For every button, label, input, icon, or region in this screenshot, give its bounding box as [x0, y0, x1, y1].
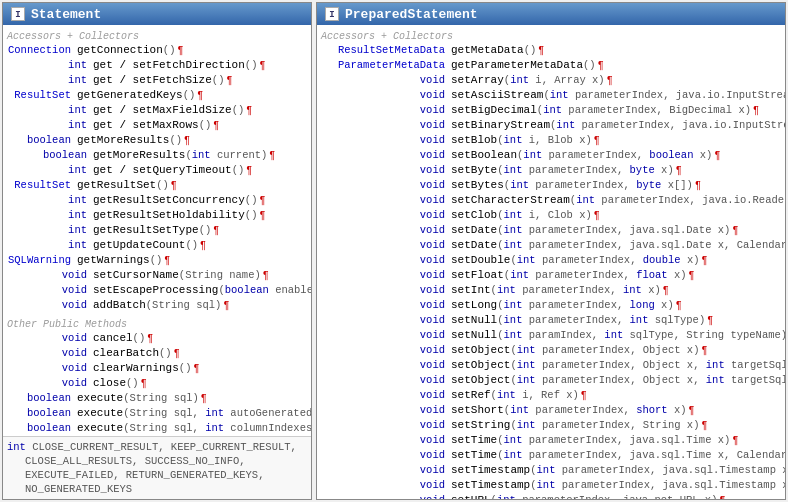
prepared-title: PreparedStatement: [345, 7, 478, 22]
list-item: void setDate (int parameterIndex, java.s…: [321, 223, 781, 238]
list-item: void setLong (int parameterIndex, long x…: [321, 298, 781, 313]
list-item: void setRef (int i, Ref x)¶: [321, 388, 781, 403]
list-item: SQLWarning getWarnings ()¶: [7, 253, 307, 268]
list-item: ResultSetMetaData getMetaData ()¶: [321, 43, 781, 58]
list-item: ResultSet getGeneratedKeys ()¶: [7, 88, 307, 103]
list-item: void setArray (int i, Array x)¶: [321, 73, 781, 88]
list-item: void setBoolean (int parameterIndex, boo…: [321, 148, 781, 163]
list-item: void setObject (int parameterIndex, Obje…: [321, 373, 781, 388]
list-item: void setAsciiStream (int parameterIndex,…: [321, 88, 781, 103]
list-item: void setNull (int parameterIndex, int sq…: [321, 313, 781, 328]
statement-title: Statement: [31, 7, 101, 22]
list-item: void setCharacterStream (int parameterIn…: [321, 193, 781, 208]
list-item: void setObject (int parameterIndex, Obje…: [321, 343, 781, 358]
list-item: void setDouble (int parameterIndex, doub…: [321, 253, 781, 268]
list-item: boolean execute (String sql, int columnI…: [7, 421, 307, 436]
left-accessors-header: Accessors + Collectors: [7, 31, 307, 42]
list-item: void setURL (int parameterIndex, java.ne…: [321, 493, 781, 499]
list-item: void setInt (int parameterIndex, int x)¶: [321, 283, 781, 298]
list-item: int getResultSetConcurrency ()¶: [7, 193, 307, 208]
list-item: void clearWarnings ()¶: [7, 361, 307, 376]
prepared-statement-panel: I PreparedStatement Accessors + Collecto…: [316, 2, 786, 500]
right-accessors-header: Accessors + Collectors: [321, 31, 781, 42]
prepared-header: I PreparedStatement: [317, 3, 785, 25]
list-item: void addBatch (String sql)¶: [7, 298, 307, 313]
list-item: void close ()¶: [7, 376, 307, 391]
list-item: void setBinaryStream (int parameterIndex…: [321, 118, 781, 133]
list-item: int getResultSetHoldability ()¶: [7, 208, 307, 223]
list-item: void setClob (int i, Clob x)¶: [321, 208, 781, 223]
list-item: void setShort (int parameterIndex, short…: [321, 403, 781, 418]
prepared-content: Accessors + Collectors ResultSetMetaData…: [317, 25, 785, 499]
list-item: void setBlob (int i, Blob x)¶: [321, 133, 781, 148]
list-item: void setBytes (int parameterIndex, byte …: [321, 178, 781, 193]
list-item: void clearBatch ()¶: [7, 346, 307, 361]
list-item: void setObject (int parameterIndex, Obje…: [321, 358, 781, 373]
statement-header: I Statement: [3, 3, 311, 25]
list-item: void setBigDecimal (int parameterIndex, …: [321, 103, 781, 118]
list-item: void setTimestamp (int parameterIndex, j…: [321, 478, 781, 493]
list-item: boolean getMoreResults ()¶: [7, 133, 307, 148]
list-item: int get / setFetchDirection ()¶: [7, 58, 307, 73]
prepared-icon: I: [325, 7, 339, 21]
list-item: int get / setMaxRows ()¶: [7, 118, 307, 133]
list-item: void cancel ()¶: [7, 331, 307, 346]
statement-constants: int CLOSE_CURRENT_RESULT, KEEP_CURRENT_R…: [3, 436, 311, 499]
statement-panel: I Statement Accessors + Collectors Conne…: [2, 2, 312, 500]
list-item: ParameterMetaData getParameterMetaData (…: [321, 58, 781, 73]
left-other-header: Other Public Methods: [7, 319, 307, 330]
list-item: ResultSet getResultSet ()¶: [7, 178, 307, 193]
list-item: int getResultSetType ()¶: [7, 223, 307, 238]
list-item: int get / setFetchSize ()¶: [7, 73, 307, 88]
list-item: void setCursorName (String name)¶: [7, 268, 307, 283]
list-item: int get / setQueryTimeout ()¶: [7, 163, 307, 178]
list-item: void setByte (int parameterIndex, byte x…: [321, 163, 781, 178]
list-item: void setString (int parameterIndex, Stri…: [321, 418, 781, 433]
list-item: void setTime (int parameterIndex, java.s…: [321, 448, 781, 463]
list-item: void setDate (int parameterIndex, java.s…: [321, 238, 781, 253]
statement-content: Accessors + Collectors Connection getCon…: [3, 25, 311, 436]
list-item: void setTimestamp (int parameterIndex, j…: [321, 463, 781, 478]
list-item: void setFloat (int parameterIndex, float…: [321, 268, 781, 283]
list-item: boolean execute (String sql, int autoGen…: [7, 406, 307, 421]
list-item: boolean execute (String sql)¶: [7, 391, 307, 406]
list-item: int getUpdateCount ()¶: [7, 238, 307, 253]
list-item: void setEscapeProcessing (boolean enable…: [7, 283, 307, 298]
list-item: void setNull (int paramIndex, int sqlTyp…: [321, 328, 781, 343]
list-item: void setTime (int parameterIndex, java.s…: [321, 433, 781, 448]
list-item: boolean getMoreResults (int current)¶: [7, 148, 307, 163]
statement-icon: I: [11, 7, 25, 21]
list-item: Connection getConnection ()¶: [7, 43, 307, 58]
list-item: int get / setMaxFieldSize ()¶: [7, 103, 307, 118]
